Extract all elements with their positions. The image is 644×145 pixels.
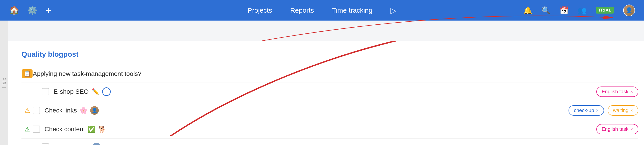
- main-content: Quality blogpost 📋 Applying new task-man…: [8, 41, 644, 145]
- warning-area: ⚠: [22, 107, 33, 114]
- task-checkbox[interactable]: [42, 88, 49, 95]
- notification-icon[interactable]: 🔔: [523, 6, 532, 15]
- tag-waiting: waiting ×: [608, 105, 638, 116]
- header-right: 🔔 🔍 📅 👥 TRIAL 👤: [523, 4, 635, 16]
- task-name-area: E-shop SEO ✏️: [54, 88, 596, 96]
- task-emoji-dog: 🐕: [98, 126, 106, 133]
- nav-projects[interactable]: Projects: [248, 6, 272, 14]
- task-name-text: E-shop SEO: [54, 88, 89, 95]
- tag-label: check-up: [574, 108, 594, 114]
- task-checkbox[interactable]: [33, 107, 40, 114]
- search-icon[interactable]: 🔍: [542, 6, 550, 15]
- calendar-icon[interactable]: 📅: [560, 6, 568, 15]
- table-row: ⚠ Check content ✅ 🐕 English task ×: [22, 120, 638, 139]
- task-list: 📋 Applying new task-management tools? E-…: [22, 65, 638, 145]
- warning-triangle-icon: ⚠: [24, 107, 30, 114]
- add-icon[interactable]: +: [46, 5, 51, 16]
- warning-triangle-green-icon: ⚠: [24, 126, 30, 133]
- header-nav: Projects Reports Time tracking ▷: [248, 6, 396, 15]
- task-name-area: Check content ✅ 🐕: [44, 126, 596, 133]
- task-name-area: Gantt Charts AC: [54, 143, 638, 145]
- table-row: 📋 Applying new task-management tools?: [22, 65, 638, 82]
- tag-english-task: English task ×: [596, 124, 638, 134]
- table-row: ⚠ Check links 🌸 👤 check-up × waiting ×: [22, 101, 638, 120]
- avatar-image: 👤: [624, 5, 634, 16]
- section-title: Quality blogpost: [22, 50, 638, 58]
- task-type-icon-area: 📋: [22, 69, 33, 78]
- task-name-area: Applying new task-management tools?: [33, 70, 638, 78]
- task-checkbox[interactable]: [42, 144, 49, 145]
- tag-remove-icon[interactable]: ×: [630, 108, 633, 113]
- tag-remove-icon[interactable]: ×: [630, 127, 633, 132]
- sidebar-help-label[interactable]: Help: [1, 78, 7, 88]
- avatar-photo: 👤: [90, 106, 99, 115]
- nav-time-tracking[interactable]: Time tracking: [332, 6, 372, 14]
- task-name-text: Check content: [44, 126, 85, 133]
- avatar-ac: AC: [92, 143, 101, 145]
- header: 🏠 ⚙️ + Projects Reports Time tracking ▷ …: [0, 0, 644, 20]
- tag-remove-icon[interactable]: ×: [630, 89, 633, 94]
- tag-label: waiting: [613, 108, 628, 114]
- tag-remove-icon[interactable]: ×: [596, 108, 598, 113]
- header-left: 🏠 ⚙️ +: [9, 5, 51, 16]
- task-emoji: ✏️: [92, 88, 100, 96]
- task-name-area: Check links 🌸 👤: [44, 106, 568, 115]
- task-emoji: ✅: [88, 126, 96, 133]
- tag-english-task: English task ×: [596, 86, 638, 97]
- play-icon[interactable]: ▷: [390, 6, 396, 15]
- table-row: E-shop SEO ✏️ English task ×: [22, 82, 638, 101]
- tag-label: English task: [602, 126, 629, 132]
- task-checkbox[interactable]: [33, 126, 40, 133]
- nav-reports[interactable]: Reports: [290, 6, 314, 14]
- warning-area: ⚠: [22, 126, 33, 133]
- task-header-icon: 📋: [22, 69, 32, 78]
- task-name-text: Check links: [44, 107, 77, 114]
- task-name-text: Applying new task-management tools?: [33, 70, 142, 78]
- tags-area: English task ×: [596, 124, 638, 134]
- tags-area: check-up × waiting ×: [568, 105, 638, 116]
- gear-icon[interactable]: ⚙️: [27, 6, 38, 15]
- table-row: Gantt Charts AC: [22, 139, 638, 145]
- task-name-text: Gantt Charts: [54, 144, 90, 145]
- tag-label: English task: [602, 89, 629, 95]
- avatar[interactable]: 👤: [623, 4, 635, 16]
- tags-area: English task ×: [596, 86, 638, 97]
- task-emoji: 🌸: [80, 107, 88, 114]
- sidebar: Help: [0, 20, 8, 145]
- home-icon[interactable]: 🏠: [9, 6, 19, 15]
- trial-badge: TRIAL: [596, 7, 614, 14]
- people-icon[interactable]: 👥: [578, 6, 586, 15]
- avatar-blue-circle: [102, 88, 111, 96]
- tag-checkup: check-up ×: [568, 105, 604, 116]
